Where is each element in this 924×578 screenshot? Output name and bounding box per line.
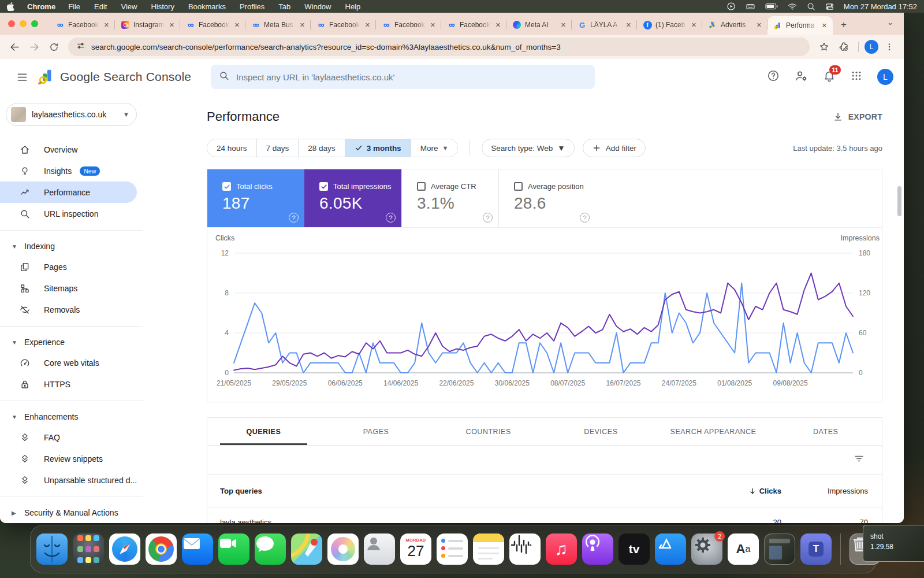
active-app-name[interactable]: Chrome: [27, 2, 55, 11]
metric-card-average-position[interactable]: Average position 28.6 ?: [498, 169, 595, 227]
tab-search-chevron-icon[interactable]: ⌄: [887, 18, 893, 27]
unchecked-checkbox-icon[interactable]: [514, 182, 523, 191]
more-date-options-button[interactable]: More▼: [411, 139, 458, 157]
sidebar-section-experience[interactable]: ▼Experience: [0, 332, 143, 352]
property-selector[interactable]: laylaaesthetics.co.uk ▼: [6, 103, 137, 126]
hamburger-menu-icon[interactable]: [10, 65, 33, 88]
performance-line-chart[interactable]: 12840060120180ClicksImpressions21/05/202…: [207, 228, 882, 401]
browser-tab-8[interactable]: Meta AI ✕: [506, 15, 572, 35]
wifi-icon[interactable]: [788, 2, 797, 11]
menu-profiles[interactable]: Profiles: [240, 2, 264, 11]
control-center-icon[interactable]: [825, 2, 834, 11]
sidebar-section-security-manual-actions[interactable]: ▶Security & Manual Actions: [0, 503, 143, 523]
close-tab-icon[interactable]: ✕: [821, 22, 828, 29]
menu-tab[interactable]: Tab: [278, 2, 290, 11]
help-icon[interactable]: ?: [580, 213, 590, 223]
date-filter-28-days[interactable]: 28 days: [299, 139, 345, 157]
sidebar-item-performance[interactable]: Performance: [0, 181, 137, 203]
dock-notes-icon[interactable]: [473, 533, 504, 565]
search-type-filter-button[interactable]: Search type: Web▼: [482, 139, 574, 157]
dock-system-settings-icon[interactable]: 2: [691, 533, 722, 565]
site-settings-icon[interactable]: [76, 41, 85, 53]
date-filter-3-months[interactable]: 3 months: [345, 139, 411, 157]
sidebar-item-insights[interactable]: InsightsNew: [0, 160, 143, 181]
keyboard-brightness-icon[interactable]: [746, 2, 755, 12]
battery-icon[interactable]: [765, 3, 778, 10]
dock-app-store-icon[interactable]: [655, 533, 686, 565]
metric-card-total-impressions[interactable]: Total impressions 6.05K ?: [304, 169, 401, 227]
sidebar-item-https[interactable]: HTTPS: [0, 373, 143, 395]
menu-help[interactable]: Help: [345, 2, 361, 11]
metric-card-average-ctr[interactable]: Average CTR 3.1% ?: [401, 169, 498, 227]
extensions-icon[interactable]: [835, 38, 852, 55]
result-tab-pages[interactable]: PAGES: [320, 418, 433, 445]
dock-chrome-icon[interactable]: [146, 533, 177, 565]
sidebar-item-removals[interactable]: Removals: [0, 299, 143, 320]
new-tab-button[interactable]: +: [836, 17, 851, 32]
sidebar-item-overview[interactable]: Overview: [0, 139, 143, 160]
dock-facetime-icon[interactable]: [218, 533, 249, 565]
date-filter-7-days[interactable]: 7 days: [257, 139, 299, 157]
address-bar[interactable]: search.google.com/search-console/perform…: [68, 38, 810, 56]
column-header-clicks[interactable]: Clicks: [695, 487, 781, 495]
page-scrollbar-thumb[interactable]: [897, 186, 901, 216]
menu-window[interactable]: Window: [304, 2, 331, 11]
account-avatar[interactable]: L: [877, 69, 893, 85]
close-tab-icon[interactable]: ✕: [364, 21, 371, 29]
close-tab-icon[interactable]: ✕: [299, 21, 306, 29]
dock-contacts-icon[interactable]: [364, 533, 395, 565]
add-filter-button[interactable]: Add filter: [583, 139, 646, 157]
browser-tab-10[interactable]: f (1) Faceb ✕: [637, 15, 702, 35]
dock-reminders-icon[interactable]: [437, 533, 468, 565]
close-tab-icon[interactable]: ✕: [560, 21, 567, 29]
result-tab-search-appearance[interactable]: SEARCH APPEARANCE: [657, 418, 770, 445]
browser-profile-avatar[interactable]: L: [865, 40, 878, 54]
sidebar-item-sitemaps[interactable]: Sitemaps: [0, 277, 143, 299]
google-apps-grid-icon[interactable]: [851, 70, 862, 84]
browser-tab-4[interactable]: ∞ Meta Bus ✕: [245, 15, 311, 35]
close-tab-icon[interactable]: ✕: [103, 21, 110, 29]
result-tab-dates[interactable]: DATES: [769, 418, 882, 445]
notifications-bell-icon[interactable]: 11: [823, 69, 836, 84]
dock-podcasts-icon[interactable]: [582, 533, 613, 565]
menu-file[interactable]: File: [68, 2, 80, 11]
column-header-impressions[interactable]: Impressions: [781, 487, 868, 495]
close-tab-icon[interactable]: ✕: [494, 21, 502, 29]
browser-tab-2[interactable]: Instagram ✕: [115, 15, 180, 35]
result-tab-countries[interactable]: COUNTRIES: [432, 418, 545, 445]
dock-teams-icon[interactable]: T: [800, 533, 832, 565]
close-window-button[interactable]: [8, 20, 15, 27]
browser-tab-7[interactable]: ∞ Facebook ✕: [441, 15, 506, 35]
checked-checkbox-icon[interactable]: [222, 182, 231, 191]
menu-bookmarks[interactable]: Bookmarks: [188, 2, 226, 11]
bookmark-star-icon[interactable]: [815, 38, 833, 55]
now-playing-icon[interactable]: [726, 2, 736, 11]
dock-screenshot-preview-icon[interactable]: [764, 533, 795, 565]
export-button[interactable]: EXPORT: [833, 112, 882, 122]
sidebar-section-indexing[interactable]: ▼Indexing: [0, 236, 143, 256]
browser-tab-1[interactable]: ∞ Facebook ✕: [50, 15, 115, 35]
help-icon[interactable]: [767, 69, 780, 84]
dock-finder-icon[interactable]: [36, 533, 68, 565]
dock-music-icon[interactable]: ♫: [546, 533, 577, 565]
browser-menu-kebab-icon[interactable]: [881, 38, 898, 55]
dock-voice-memos-icon[interactable]: [509, 533, 541, 565]
close-tab-icon[interactable]: ✕: [233, 21, 241, 29]
dock-photos-icon[interactable]: [327, 533, 359, 565]
dock-launchpad-icon[interactable]: [73, 533, 104, 565]
maximize-window-button[interactable]: [31, 20, 38, 27]
browser-tab-11[interactable]: Advertis ✕: [702, 15, 767, 35]
back-button[interactable]: [6, 38, 23, 55]
dock-tv-icon[interactable]: tv: [619, 533, 650, 565]
minimize-window-button[interactable]: [20, 20, 27, 27]
dock-mail-icon[interactable]: [182, 533, 213, 565]
dock-maps-icon[interactable]: [291, 533, 322, 565]
sidebar-item-review-snippets[interactable]: Review snippets: [0, 448, 143, 469]
sidebar-item-faq[interactable]: FAQ: [0, 427, 143, 448]
close-tab-icon[interactable]: ✕: [429, 21, 437, 29]
help-icon[interactable]: ?: [386, 213, 396, 223]
sidebar-item-pages[interactable]: Pages: [0, 256, 143, 277]
url-inspection-search[interactable]: Inspect any URL in 'laylaaesthetics.co.u…: [211, 65, 595, 89]
help-icon[interactable]: ?: [483, 213, 493, 223]
dock-safari-icon[interactable]: [109, 533, 140, 565]
